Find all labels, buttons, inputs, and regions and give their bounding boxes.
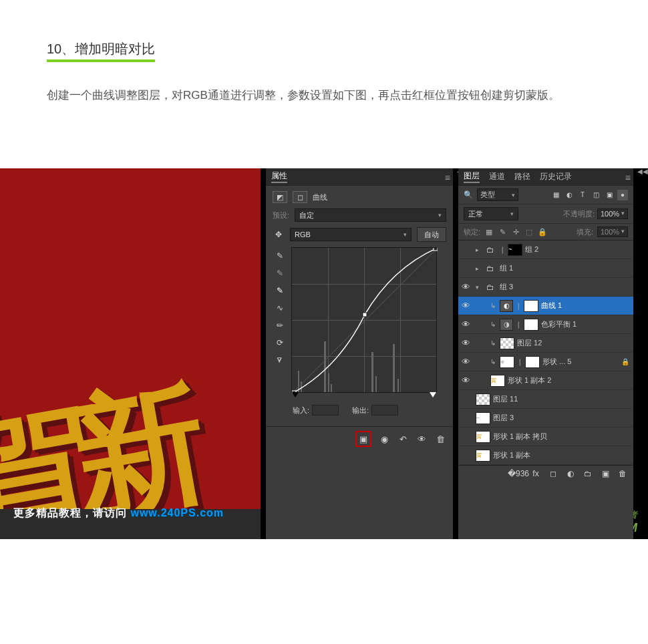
layer-name-label[interactable]: 曲线 1 (541, 301, 629, 311)
visibility-icon[interactable]: 👁 (416, 433, 428, 445)
gray-eyedropper-icon[interactable]: ✎ (274, 267, 286, 279)
filter-pixel-icon[interactable]: ▦ (550, 190, 561, 200)
layer-row[interactable]: ~图层 3 (458, 409, 633, 428)
visibility-toggle[interactable]: 👁 (458, 357, 473, 367)
delete-icon[interactable]: 🗑 (434, 433, 446, 445)
curve-path[interactable] (292, 248, 438, 393)
paths-tab[interactable]: 路径 (514, 171, 530, 182)
options-icon[interactable]: ⛛ (274, 354, 286, 366)
edit-points-icon[interactable]: ∿ (274, 302, 286, 314)
curves-graph[interactable] (291, 247, 437, 393)
layer-name-label[interactable]: 形状 ... 5 (542, 357, 619, 367)
lock-transparent-icon[interactable]: ▦ (484, 227, 494, 236)
layer-row[interactable]: 👁↳◑❘色彩平衡 1 (458, 315, 633, 334)
visibility-toggle[interactable]: 👁 (458, 301, 473, 311)
new-group-icon[interactable]: 🗀 (583, 468, 593, 479)
filter-type-icon[interactable]: T (577, 190, 588, 200)
mask-icon[interactable]: ◻ (293, 191, 307, 203)
preset-select[interactable]: 自定 ▾ (295, 208, 446, 222)
layer-row[interactable]: 👁▾🗀组 3 (458, 278, 633, 297)
layer-row[interactable]: ▸🗀❘~组 2 (458, 240, 633, 259)
layer-row[interactable]: 👁賀形状 1 副本 2 (458, 371, 633, 390)
mask-thumbnail[interactable] (525, 356, 540, 368)
black-slider[interactable] (292, 392, 299, 397)
layer-row[interactable]: 👁↳图层 12 (458, 334, 633, 353)
layer-row[interactable]: 賀形状 1 副本 (458, 446, 633, 465)
expand-arrow-icon[interactable]: ▸ (476, 247, 484, 253)
draw-curve-icon[interactable]: ✏ (274, 319, 286, 331)
delete-layer-icon[interactable]: 🗑 (617, 468, 628, 479)
layer-name-label[interactable]: 形状 1 副本 (493, 450, 629, 460)
smooth-icon[interactable]: ⟳ (274, 337, 286, 349)
filter-adjust-icon[interactable]: ◐ (564, 190, 575, 200)
visibility-toggle[interactable]: 👁 (458, 282, 473, 292)
black-eyedropper-icon[interactable]: ✎ (274, 250, 286, 262)
expand-arrow-icon[interactable]: ▾ (476, 284, 484, 291)
layer-row[interactable]: ▸🗀组 1 (458, 259, 633, 278)
layer-name-label[interactable]: 形状 1 副本 2 (508, 375, 629, 385)
adjustment-thumbnail[interactable]: ◑ (500, 319, 513, 331)
layer-thumbnail[interactable] (500, 337, 514, 349)
new-adjustment-icon[interactable]: ◐ (565, 468, 576, 479)
filter-smart-icon[interactable]: ▣ (604, 190, 615, 200)
layer-thumbnail[interactable] (476, 393, 490, 406)
channels-tab[interactable]: 通道 (489, 171, 505, 182)
layer-thumbnail[interactable]: 賀 (476, 431, 490, 443)
layer-thumbnail[interactable]: 賀 (490, 375, 505, 387)
curve-point[interactable] (363, 313, 367, 317)
panel-collapse-icon[interactable]: ◀◀ (637, 168, 645, 175)
layer-row[interactable]: 👁↳◆❘形状 ... 5🔒 (458, 353, 633, 371)
filter-toggle-icon[interactable]: ● (617, 190, 628, 200)
layer-thumbnail[interactable]: 賀 (476, 450, 490, 462)
output-value[interactable] (371, 405, 398, 416)
layer-name-label[interactable]: 图层 3 (493, 413, 629, 423)
layer-name-label[interactable]: 组 3 (500, 282, 629, 292)
mask-thumbnail[interactable]: ~ (508, 244, 522, 256)
white-eyedropper-icon[interactable]: ✎ (274, 285, 286, 297)
layers-tab[interactable]: 图层 (464, 170, 480, 183)
layer-name-label[interactable]: 图层 12 (517, 338, 629, 348)
blend-mode-select[interactable]: 正常▾ (464, 207, 518, 220)
mask-thumbnail[interactable] (524, 319, 538, 331)
expand-arrow-icon[interactable]: ▸ (476, 265, 484, 272)
layer-thumbnail[interactable]: ◆ (500, 356, 514, 368)
channel-select[interactable]: RGB ▾ (290, 228, 412, 241)
panel-menu-icon[interactable]: ≡ (445, 172, 450, 183)
properties-tab[interactable]: 属性 (271, 170, 287, 183)
layer-name-label[interactable]: 图层 11 (493, 394, 629, 404)
visibility-toggle[interactable]: 👁 (458, 319, 473, 329)
link-layers-icon[interactable]: �936 (513, 468, 524, 479)
layer-name-label[interactable]: 色彩平衡 1 (541, 319, 629, 329)
add-mask-icon[interactable]: ◻ (548, 468, 558, 479)
filter-shape-icon[interactable]: ◫ (591, 190, 601, 200)
auto-button[interactable]: 自动 (417, 227, 446, 242)
new-layer-icon[interactable]: ▣ (600, 468, 611, 479)
view-previous-icon[interactable]: ◉ (378, 433, 390, 445)
mask-thumbnail[interactable] (524, 300, 538, 312)
reset-icon[interactable]: ↶ (397, 433, 409, 445)
layer-name-label[interactable]: 组 2 (525, 245, 629, 255)
layer-name-label[interactable]: 组 1 (500, 263, 629, 273)
lock-artboard-icon[interactable]: ⬚ (524, 227, 534, 236)
visibility-toggle[interactable]: 👁 (458, 338, 473, 348)
document-canvas[interactable]: 賀新 (0, 168, 261, 509)
input-value[interactable] (312, 405, 339, 416)
layer-name-label[interactable]: 形状 1 副本 拷贝 (493, 432, 629, 442)
layer-fx-icon[interactable]: fx (530, 468, 541, 479)
white-slider[interactable] (430, 392, 436, 397)
tutorial-link[interactable]: www.240PS.com (130, 507, 224, 518)
clip-to-layer-button-highlighted[interactable]: ▣ (355, 431, 371, 447)
panel-menu-icon[interactable]: ≡ (625, 172, 631, 183)
opacity-value[interactable]: 100%▾ (597, 208, 628, 219)
history-tab[interactable]: 历史记录 (540, 171, 572, 182)
filter-type-select[interactable]: 类型▾ (477, 188, 518, 201)
layer-thumbnail[interactable]: ~ (476, 412, 490, 424)
target-adjust-icon[interactable]: ✥ (273, 228, 285, 240)
lock-pixels-icon[interactable]: ✎ (498, 227, 507, 236)
layer-row[interactable]: 賀形状 1 副本 拷贝 (458, 428, 633, 446)
curve-point[interactable] (434, 248, 438, 251)
visibility-toggle[interactable]: 👁 (458, 375, 473, 385)
fill-value[interactable]: 100%▾ (597, 226, 628, 237)
adjustment-thumbnail[interactable]: ◐ (500, 300, 513, 312)
lock-position-icon[interactable]: ✛ (511, 227, 520, 236)
